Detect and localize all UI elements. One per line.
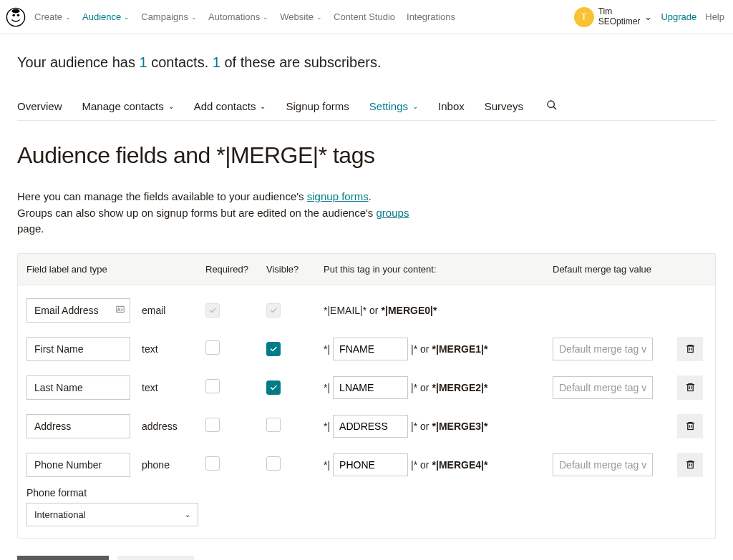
action-buttons: Save Changes Add A Field [0,539,733,561]
subnav-label: Overview [17,100,62,112]
default-value-input[interactable] [553,376,653,399]
topnav-item-website[interactable]: Website⌄ [280,11,322,22]
nav-label: Create [34,11,62,22]
intro-text: Here you can manage the fields available… [17,189,716,237]
merge-tag-input[interactable] [333,338,408,360]
chevron-down-icon: ⌄ [168,102,174,110]
tag-mid: |* or [411,421,429,432]
top-nav: Create⌄Audience⌄Campaigns⌄Automations⌄We… [34,11,574,22]
required-checkbox[interactable] [205,379,220,393]
signup-forms-link[interactable]: signup forms [307,190,369,202]
subnav-label: Manage contacts [82,100,164,112]
user-name: Tim [598,7,641,16]
required-checkbox[interactable] [205,418,220,432]
subnav-item-signup-forms[interactable]: Signup forms [286,100,349,112]
tag-mid: |* or [411,343,429,355]
tag-alt: *|MERGE2|* [432,382,488,393]
topnav-item-campaigns[interactable]: Campaigns⌄ [141,11,197,22]
user-org: SEOptimer [598,17,641,26]
trash-icon [685,382,696,393]
header-visible: Visible? [266,264,324,275]
merge-tag-input[interactable] [333,453,408,476]
tag-prefix: *| [324,343,330,355]
visible-checkbox[interactable] [266,418,281,432]
subnav-item-add-contacts[interactable]: Add contacts⌄ [194,100,266,112]
field-label-input[interactable]: Email Address [26,298,130,323]
subnav-item-inbox[interactable]: Inbox [438,100,465,112]
tag-mid: |* or [411,459,429,471]
table-row: Addressaddress*||* or *|MERGE3|* [18,407,715,446]
merge-tag-input[interactable] [333,415,408,438]
svg-rect-17 [687,423,693,430]
save-changes-button[interactable]: Save Changes [17,556,109,561]
help-link[interactable]: Help [705,11,724,22]
delete-field-button[interactable] [677,453,703,477]
subnav-label: Surveys [485,100,523,112]
upgrade-link[interactable]: Upgrade [661,11,696,22]
field-type-label: text [137,343,205,355]
subnav-label: Settings [369,100,408,112]
chevron-down-icon: ⌄ [263,14,268,21]
nav-label: Audience [82,11,121,22]
search-icon[interactable] [546,99,558,113]
visible-checkbox[interactable] [266,342,281,356]
visible-checkbox[interactable] [266,456,281,471]
audience-summary: Your audience has 1 contacts. 1 of these… [0,34,733,99]
intro-line1: Here you can manage the fields available… [17,190,307,202]
svg-point-4 [548,101,554,107]
avatar: T [574,7,594,27]
merge-tag-input[interactable] [333,376,408,399]
delete-field-button[interactable] [677,414,703,438]
user-menu[interactable]: T Tim SEOptimer ⌄ [574,7,653,27]
nav-label: Automations [208,11,260,22]
fields-table: Field label and type Required? Visible? … [17,253,716,539]
header-label: Field label and type [26,264,205,275]
field-label-input[interactable]: Last Name [26,375,130,400]
delete-field-button[interactable] [677,337,703,361]
chevron-down-icon: ⌄ [191,14,197,21]
add-field-button[interactable]: Add A Field [117,556,194,561]
logo[interactable] [6,7,26,27]
groups-link[interactable]: groups [377,207,409,219]
tag-alt: *|MERGE0|* [382,305,437,316]
subnav-item-overview[interactable]: Overview [17,100,62,112]
nav-label: Campaigns [141,11,188,22]
tag-alt: *|MERGE3|* [432,421,488,432]
subnav-item-surveys[interactable]: Surveys [485,100,523,112]
user-names: Tim SEOptimer [598,7,641,26]
chevron-down-icon: ⌄ [124,14,130,21]
topnav-item-create[interactable]: Create⌄ [34,11,71,22]
field-type-label: phone [137,459,205,471]
tag-alt: *|MERGE4|* [432,459,488,471]
subnav-label: Add contacts [194,100,256,112]
svg-point-7 [118,308,120,309]
delete-field-button[interactable] [677,375,703,400]
merge-tag-cell: *||* or *|MERGE4|* [324,453,553,476]
nav-label: Website [280,11,314,22]
phone-format-section: Phone format International ⌄ [18,484,715,538]
subnav-label: Inbox [438,100,465,112]
summary-count-subscribers: 1 [213,54,220,70]
required-checkbox[interactable] [205,340,220,355]
required-checkbox[interactable] [205,456,220,471]
field-label-input[interactable]: Address [26,414,130,438]
topnav-item-automations[interactable]: Automations⌄ [208,11,268,22]
chevron-down-icon: ⌄ [316,14,322,21]
default-value-input[interactable] [553,338,653,360]
default-value-input[interactable] [553,453,653,476]
field-label-input[interactable]: Phone Number [26,453,130,477]
svg-point-3 [11,9,19,13]
subnav-item-manage-contacts[interactable]: Manage contacts⌄ [82,100,174,112]
nav-label: Content Studio [334,11,395,22]
header-required: Required? [205,264,266,275]
topnav-item-integrations[interactable]: Integrations [407,11,455,22]
header-tag: Put this tag in your content: [324,264,553,275]
topnav-item-audience[interactable]: Audience⌄ [82,11,130,22]
subnav-item-settings[interactable]: Settings⌄ [369,100,418,112]
chevron-down-icon: ⌄ [65,14,71,21]
phone-format-select[interactable]: International ⌄ [26,503,198,526]
visible-checkbox[interactable] [266,380,281,395]
topnav-item-content-studio[interactable]: Content Studio [334,11,395,22]
field-label-input[interactable]: First Name [26,337,130,361]
table-header: Field label and type Required? Visible? … [18,254,715,285]
